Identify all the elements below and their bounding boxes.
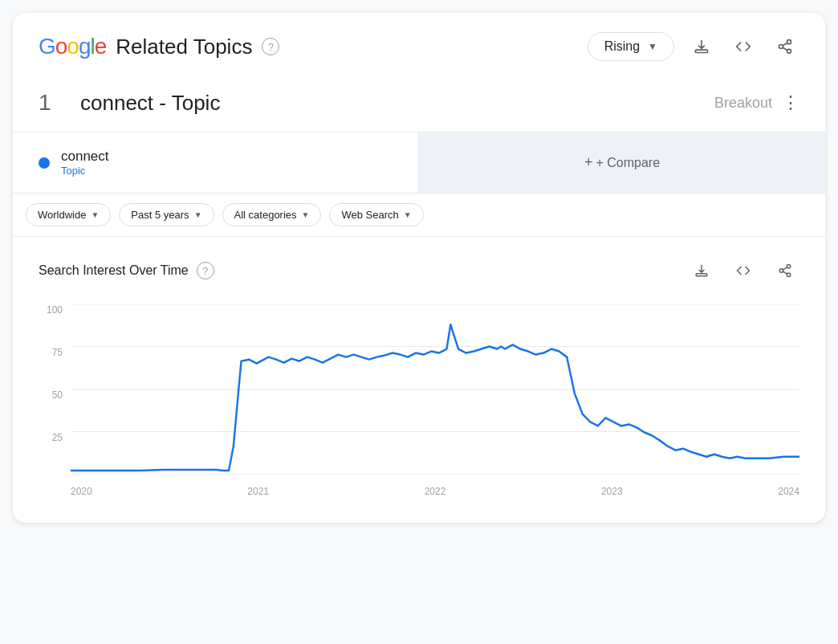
rising-dropdown[interactable]: Rising ▼ [588,32,674,61]
header: Google Related Topics ? Rising ▼ [13,13,825,74]
x-label-2023: 2023 [601,486,623,497]
compare-button[interactable]: + + Compare [419,132,825,193]
topic-row: 1 connect - Topic Breakout ⋮ [13,74,825,132]
chevron-down-icon: ▼ [648,41,657,52]
compare-section: connect Topic + + Compare [13,132,825,194]
chart-section: Search Interest Over Time ? [13,237,825,523]
x-label-2022: 2022 [425,486,446,497]
topic-right: Breakout ⋮ [714,92,799,113]
region-filter[interactable]: Worldwide ▼ [26,203,111,226]
chip-type: Topic [61,165,109,177]
header-right: Rising ▼ [588,32,799,61]
chart-icons [687,256,799,285]
x-axis-labels: 2020 2021 2022 2023 2024 [71,486,799,497]
chip-term: connect [61,149,109,165]
svg-line-10 [783,271,787,274]
share-icon[interactable] [771,32,799,61]
time-filter-chevron: ▼ [194,210,202,219]
region-filter-label: Worldwide [38,209,86,221]
y-axis-labels: 100 75 50 25 [39,304,63,497]
search-type-filter-label: Web Search [341,209,398,221]
topic-number: 1 [39,90,64,116]
search-type-filter-chevron: ▼ [404,210,412,219]
svg-rect-6 [696,274,707,276]
svg-line-11 [783,267,787,270]
trend-line-chart [71,304,799,475]
rising-label: Rising [604,39,640,54]
chart-download-icon[interactable] [687,256,716,285]
y-label-100: 100 [39,304,63,316]
y-label-75: 75 [39,347,63,358]
topic-left: 1 connect - Topic [39,90,220,116]
compare-label: + Compare [596,156,660,170]
region-filter-chevron: ▼ [91,210,99,219]
header-left: Google Related Topics ? [39,34,279,59]
y-label-50: 50 [39,389,63,401]
chart-svg-container [71,304,799,475]
download-icon[interactable] [687,32,716,61]
more-options-icon[interactable]: ⋮ [782,92,799,113]
compare-plus-icon: + [584,154,593,171]
y-label-25: 25 [39,432,63,443]
google-logo: Google [39,34,106,59]
x-label-2020: 2020 [71,486,92,497]
chart-title: Search Interest Over Time [39,263,189,278]
chart-embed-icon[interactable] [729,256,758,285]
svg-rect-0 [696,50,708,52]
main-card: Google Related Topics ? Rising ▼ [13,13,825,523]
topic-name: connect - Topic [80,91,220,116]
breakout-label: Breakout [714,95,772,112]
time-filter[interactable]: Past 5 years ▼ [119,203,214,226]
x-label-2021: 2021 [247,486,269,497]
filters-bar: Worldwide ▼ Past 5 years ▼ All categorie… [13,194,825,237]
help-icon[interactable]: ? [262,38,279,55]
category-filter-label: All categories [234,209,297,221]
search-type-filter[interactable]: Web Search ▼ [329,203,423,226]
x-label-2024: 2024 [778,486,799,497]
category-filter[interactable]: All categories ▼ [222,203,322,226]
page-title: Related Topics [116,35,252,59]
search-chip: connect Topic [13,132,419,193]
chart-help-icon[interactable]: ? [197,262,214,279]
chart-container: 100 75 50 25 [39,304,799,497]
svg-line-5 [783,43,787,45]
chart-share-icon[interactable] [771,256,799,285]
embed-icon[interactable] [729,32,758,61]
chip-text-wrap: connect Topic [61,149,109,177]
chart-title-group: Search Interest Over Time ? [39,262,214,279]
chart-header: Search Interest Over Time ? [39,256,799,285]
chip-dot [39,157,50,169]
svg-line-4 [783,47,787,50]
time-filter-label: Past 5 years [131,209,189,221]
category-filter-chevron: ▼ [302,210,310,219]
